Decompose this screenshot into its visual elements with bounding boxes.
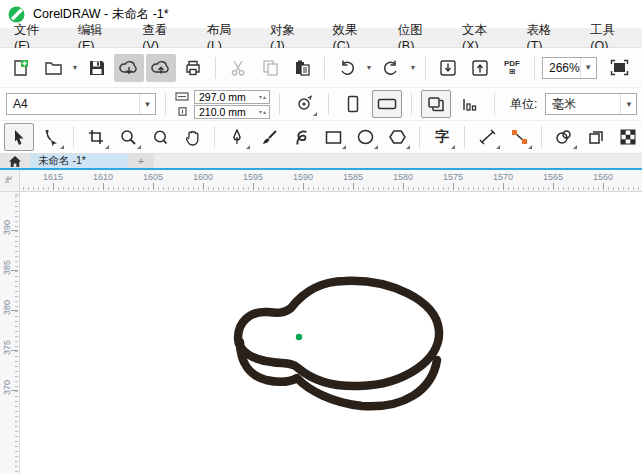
vruler-label: 370 (2, 383, 12, 395)
document-tab-active[interactable]: 未命名 -1* (30, 154, 128, 168)
page-height-icon (175, 106, 191, 118)
page-height-field[interactable]: 210.0 mm ▾▴ (194, 105, 270, 119)
undo-flyout-caret[interactable]: ▼ (364, 54, 374, 82)
hruler-label: 1610 (93, 172, 113, 182)
hruler-label: 1590 (293, 172, 313, 182)
rectangle-tool[interactable] (318, 123, 348, 151)
paste-button[interactable] (287, 54, 317, 82)
hruler-label: 1605 (143, 172, 163, 182)
page-width-field[interactable]: 297.0 mm ▾▴ (194, 90, 270, 104)
zoom-dropdown-caret[interactable]: ▼ (580, 58, 596, 78)
autofit-page-button[interactable] (289, 90, 319, 118)
zoom-out-tool[interactable] (145, 123, 175, 151)
hruler-major-tick (203, 183, 204, 190)
vruler-major-tick (11, 310, 18, 311)
menu-bar: 文件(F)编辑(E)查看(V)布局(L)对象(J)效果(C)位图(B)文本(X)… (0, 28, 642, 48)
ruler-origin-icon (4, 175, 16, 187)
toolbar-separator (464, 126, 465, 148)
toolbar-separator (73, 126, 74, 148)
zoom-level-value: 266% (543, 61, 580, 75)
polygon-tool[interactable] (382, 123, 412, 151)
cloud-download-button[interactable] (114, 54, 144, 82)
import-button[interactable] (433, 54, 463, 82)
hruler-label: 1580 (393, 172, 413, 182)
bspline-curve-tool[interactable] (286, 123, 316, 151)
ruler-origin-button[interactable] (0, 170, 20, 192)
horizontal-ruler[interactable]: 1615161016051600159515901585158015751570… (0, 170, 642, 192)
horizontal-ruler-minor-ticks (0, 187, 642, 190)
print-button[interactable] (178, 54, 208, 82)
toolbox: 字 (0, 121, 642, 154)
all-pages-button[interactable] (421, 90, 451, 118)
shadow-tool[interactable] (549, 123, 579, 151)
pick-tool[interactable] (4, 123, 34, 151)
portrait-orientation-button[interactable] (338, 90, 368, 118)
transparency-tool[interactable] (613, 123, 642, 151)
connector-tool[interactable] (504, 123, 534, 151)
block-shadow-tool[interactable] (581, 123, 611, 151)
undo-button[interactable] (332, 54, 362, 82)
pen-tool[interactable] (222, 123, 252, 151)
shape-tool[interactable] (36, 123, 66, 151)
vruler-major-tick (11, 270, 18, 271)
vruler-label: 375 (2, 343, 12, 355)
hruler-label: 1570 (493, 172, 513, 182)
standard-toolbar: ▼ (0, 48, 642, 88)
hruler-label: 1615 (43, 172, 63, 182)
hruler-major-tick (453, 183, 454, 190)
fullscreen-preview-button[interactable] (605, 54, 635, 82)
pan-tool[interactable] (177, 123, 207, 151)
drawing-canvas[interactable] (20, 192, 642, 474)
redo-flyout-caret[interactable]: ▼ (408, 54, 418, 82)
property-bar: A4 ▼ 297.0 mm ▾▴ 210.0 mm ▾▴ (0, 88, 642, 121)
hruler-major-tick (503, 183, 504, 190)
vruler-label: 385 (2, 263, 12, 275)
hruler-major-tick (553, 183, 554, 190)
ellipse-tool[interactable] (350, 123, 380, 151)
home-icon (9, 156, 21, 167)
toolbar-separator (541, 126, 542, 148)
units-label: 单位: (510, 96, 537, 113)
copy-button[interactable] (255, 54, 285, 82)
vruler-major-tick (11, 390, 18, 391)
vruler-label: 380 (2, 303, 12, 315)
text-tool[interactable]: 字 (427, 123, 457, 151)
toolbar-separator (411, 93, 412, 115)
zoom-tool[interactable] (113, 123, 143, 151)
node-marker[interactable] (296, 334, 302, 340)
page-height-spinner[interactable]: ▾▴ (257, 108, 269, 115)
hruler-major-tick (303, 183, 304, 190)
cloud-upload-button[interactable] (146, 54, 176, 82)
crop-tool[interactable] (81, 123, 111, 151)
landscape-orientation-button[interactable] (372, 90, 402, 118)
home-tab-button[interactable] (0, 154, 30, 168)
cut-button[interactable] (223, 54, 253, 82)
vruler-major-tick (11, 350, 18, 351)
units-value: 毫米 (546, 96, 620, 113)
save-button[interactable] (82, 54, 112, 82)
new-document-button[interactable] (6, 54, 36, 82)
dimension-tool[interactable] (472, 123, 502, 151)
units-caret[interactable]: ▼ (620, 94, 636, 114)
units-combobox[interactable]: 毫米 ▼ (545, 93, 637, 115)
publish-to-pdf-button[interactable]: PDF⊞ (497, 54, 527, 82)
new-tab-button[interactable]: + (128, 154, 154, 168)
zoom-level-combobox[interactable]: 266% ▼ (542, 57, 597, 79)
artistic-media-tool[interactable] (254, 123, 284, 151)
vruler-label: 390 (2, 223, 12, 235)
open-button[interactable] (38, 54, 68, 82)
page-size-combobox[interactable]: A4 ▼ (6, 93, 156, 115)
drawn-shape-body[interactable] (238, 281, 439, 386)
current-page-button[interactable] (455, 90, 485, 118)
artwork (20, 192, 642, 474)
page-size-caret[interactable]: ▼ (139, 94, 155, 114)
toolbar-separator (494, 93, 495, 115)
toolbar-separator (419, 126, 420, 148)
vertical-ruler[interactable]: 390385380375370 (0, 192, 20, 474)
page-dimensions-group: 297.0 mm ▾▴ 210.0 mm ▾▴ (175, 90, 270, 119)
export-button[interactable] (465, 54, 495, 82)
open-flyout-caret[interactable]: ▼ (70, 54, 80, 82)
hruler-label: 1560 (593, 172, 613, 182)
redo-button[interactable] (376, 54, 406, 82)
page-width-spinner[interactable]: ▾▴ (257, 93, 269, 100)
